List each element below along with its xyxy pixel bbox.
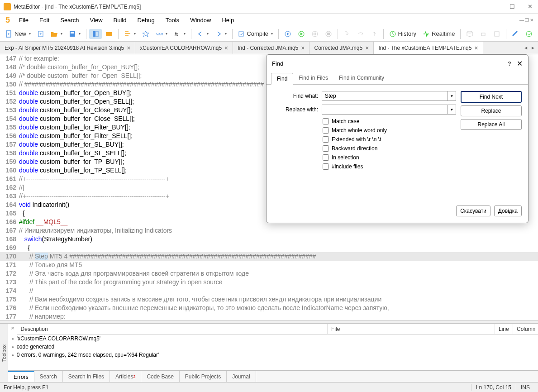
- wizard-button[interactable]: [139, 29, 152, 39]
- find-tab-community[interactable]: Find in Community: [333, 72, 390, 84]
- compile-button[interactable]: Compile: [235, 29, 276, 39]
- col-file[interactable]: File: [327, 324, 495, 334]
- replace-all-button[interactable]: Replace All: [461, 119, 522, 130]
- menu-search[interactable]: Search: [55, 15, 84, 25]
- replace-button[interactable]: Replace: [461, 105, 522, 116]
- toolbox-close-icon[interactable]: ×: [8, 324, 17, 335]
- svg-rect-7: [93, 31, 95, 37]
- toolbox-button[interactable]: [103, 29, 115, 39]
- history-button[interactable]: History: [386, 29, 419, 39]
- col-line[interactable]: Line: [495, 324, 513, 334]
- list-item[interactable]: ●'xCustomEA COLORARROW.mq5': [8, 335, 538, 343]
- toolbox-tab-search-files[interactable]: Search in Files: [63, 371, 110, 382]
- toolbox-tab-projects[interactable]: Public Projects: [180, 371, 227, 382]
- tab-scroll-right-icon[interactable]: ►: [531, 45, 535, 50]
- file-tab-active[interactable]: Ind - The xCustomEA TEMPLATE.mq5×: [374, 42, 483, 54]
- check-whole-word[interactable]: Match whole word only: [323, 127, 456, 134]
- menu-tools[interactable]: Tools: [160, 15, 185, 25]
- svg-text:fx: fx: [175, 32, 179, 37]
- mdi-close-icon[interactable]: ✕: [530, 18, 533, 23]
- mdi-restore-icon[interactable]: ❐: [525, 18, 529, 23]
- col-column[interactable]: Column: [513, 324, 538, 334]
- new-doc-button[interactable]: +: [34, 29, 47, 39]
- toolbox-tab-errors[interactable]: Errors: [8, 371, 34, 382]
- menu-view[interactable]: View: [85, 15, 108, 25]
- file-tab[interactable]: Corrected JMA.mq5×: [309, 42, 374, 54]
- check-match-case[interactable]: Match case: [323, 118, 456, 124]
- svg-rect-15: [314, 33, 314, 35]
- check-in-selection[interactable]: In selection: [323, 154, 456, 161]
- help-button[interactable]: Довідка: [494, 206, 522, 216]
- status-position: Ln 170, Col 15: [471, 384, 516, 391]
- col-description[interactable]: Description: [17, 324, 327, 334]
- file-tabs: Exp - AI Sniper MT5 20240918 AI Revision…: [0, 42, 538, 54]
- storage-button[interactable]: [463, 29, 476, 39]
- window-title: MetaEditor - [Ind - The xCustomEA TEMPLA…: [14, 4, 489, 10]
- minimize-button[interactable]: —: [489, 2, 499, 11]
- maximize-button[interactable]: ☐: [508, 2, 517, 11]
- help-icon[interactable]: ?: [508, 60, 511, 67]
- debug-stop-button[interactable]: [322, 29, 335, 39]
- find-tab-files[interactable]: Find in Files: [293, 72, 333, 84]
- check-include-files[interactable]: #include files: [323, 163, 456, 170]
- menu-debug[interactable]: Debug: [132, 15, 160, 25]
- toolbox-tab-journal[interactable]: Journal: [227, 371, 256, 382]
- list-item[interactable]: ●code generated: [8, 343, 538, 351]
- find-dialog-title: Find: [272, 60, 508, 67]
- forward-button[interactable]: [212, 29, 229, 39]
- menu-file[interactable]: File: [14, 15, 34, 25]
- menu-build[interactable]: Build: [108, 15, 132, 25]
- toolbox-tab-articles[interactable]: Articles2: [110, 371, 141, 382]
- toolbox-tab-codebase[interactable]: Code Base: [141, 371, 179, 382]
- svg-rect-8: [95, 31, 98, 37]
- toolbox-tab-search[interactable]: Search: [34, 371, 63, 382]
- check-extended[interactable]: Extended with \r \n \t: [323, 136, 456, 143]
- statusbar: For Help, press F1 Ln 170, Col 15 INS: [0, 382, 538, 392]
- find-next-button[interactable]: Find Next: [461, 91, 522, 103]
- mdi-minimize-icon[interactable]: —: [519, 18, 524, 23]
- fx-button[interactable]: fx: [171, 29, 188, 39]
- close-icon[interactable]: ×: [365, 44, 369, 52]
- debug-start-button[interactable]: [281, 29, 294, 39]
- close-icon[interactable]: ×: [127, 44, 130, 52]
- open-button[interactable]: [48, 29, 65, 39]
- save-button[interactable]: [66, 29, 83, 39]
- close-icon[interactable]: ×: [301, 44, 305, 52]
- menu-window[interactable]: Window: [185, 15, 216, 25]
- navigator-button[interactable]: [89, 29, 102, 39]
- close-icon[interactable]: ×: [474, 44, 478, 52]
- terminal-button[interactable]: [523, 29, 535, 39]
- file-tab[interactable]: Ind - Corrected JMA.mq5×: [233, 42, 309, 54]
- realtime-button[interactable]: Realtime: [420, 29, 457, 39]
- tab-scroll-left-icon[interactable]: ◄: [524, 45, 528, 50]
- list-item[interactable]: ●0 errors, 0 warnings, 242 msec elapsed,…: [8, 351, 538, 359]
- replace-with-input[interactable]: [322, 105, 448, 115]
- step-over-button[interactable]: [354, 29, 367, 39]
- menu-help[interactable]: Help: [216, 15, 239, 25]
- file-tab[interactable]: xCustomEA COLORARROW.mq5×: [135, 42, 233, 54]
- styler-button[interactable]: [509, 29, 522, 39]
- new-button[interactable]: New: [3, 29, 33, 39]
- cancel-button[interactable]: Скасувати: [456, 206, 490, 216]
- dropdown-icon[interactable]: ▼: [448, 105, 456, 115]
- back-button[interactable]: [194, 29, 211, 39]
- close-icon[interactable]: ×: [224, 44, 228, 52]
- debug-run-button[interactable]: [295, 29, 308, 39]
- check-backward[interactable]: Backward direction: [323, 145, 456, 152]
- menu-edit[interactable]: Edit: [34, 15, 55, 25]
- indent-button[interactable]: [121, 29, 138, 39]
- find-what-input[interactable]: [322, 91, 448, 101]
- svg-text:+: +: [39, 32, 42, 36]
- var-button[interactable]: VAR: [153, 29, 170, 39]
- commit-button[interactable]: [477, 29, 490, 39]
- close-button[interactable]: ✕: [526, 2, 534, 11]
- debug-pause-button[interactable]: [309, 29, 321, 39]
- close-icon[interactable]: ✕: [517, 59, 523, 68]
- step-out-button[interactable]: [368, 29, 381, 39]
- step-into-button[interactable]: [341, 29, 353, 39]
- find-tab-find[interactable]: Find: [271, 73, 293, 85]
- update-button[interactable]: [490, 29, 503, 39]
- status-ins: INS: [516, 384, 534, 391]
- file-tab[interactable]: Exp - AI Sniper MT5 20240918 AI Revision…: [0, 42, 135, 54]
- dropdown-icon[interactable]: ▼: [448, 91, 456, 101]
